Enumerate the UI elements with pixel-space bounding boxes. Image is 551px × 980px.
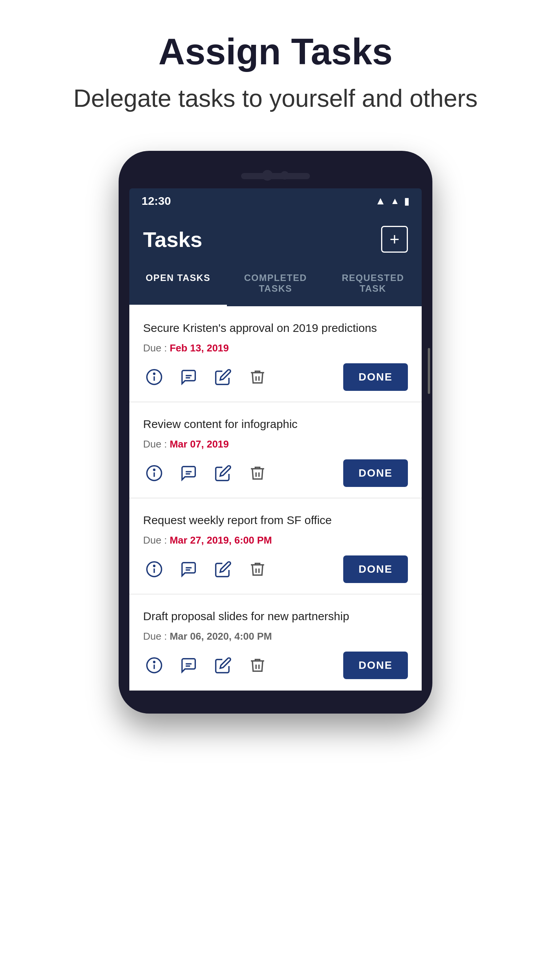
svg-point-12 xyxy=(153,565,155,567)
tasks-list: Secure Kristen's approval on 2019 predic… xyxy=(129,306,422,691)
signal-icon: ▲ xyxy=(390,196,399,206)
task-actions: DONE xyxy=(143,459,408,487)
task-title: Review content for infographic xyxy=(143,416,408,432)
comment-button[interactable] xyxy=(178,462,200,484)
page-title: Assign Tasks xyxy=(15,31,536,73)
task-title: Request weekly report from SF office xyxy=(143,512,408,528)
page-subtitle: Delegate tasks to yourself and others xyxy=(15,84,536,113)
tab-requested-task-label: REQUESTED TASK xyxy=(342,273,404,294)
task-due-date: Mar 06, 2020, 4:00 PM xyxy=(170,630,272,642)
tabs-container: OPEN TASKS COMPLETED TASKS REQUESTED TAS… xyxy=(129,262,422,306)
task-due: Due : Feb 13, 2019 xyxy=(143,342,408,354)
task-due-date: Feb 13, 2019 xyxy=(170,342,229,354)
info-button[interactable] xyxy=(143,366,165,388)
tab-open-tasks-label: OPEN TASKS xyxy=(146,273,210,283)
task-due-date: Mar 27, 2019, 6:00 PM xyxy=(170,534,272,546)
task-item: Request weekly report from SF office Due… xyxy=(129,498,422,595)
due-prefix: Due : xyxy=(143,342,170,354)
edit-button[interactable] xyxy=(212,558,234,580)
page-header: Assign Tasks Delegate tasks to yourself … xyxy=(0,0,551,136)
task-actions: DONE xyxy=(143,363,408,391)
phone-frame: 12:30 ▲ ▲ ▮ Tasks + OPEN TASKS COMPLETED… xyxy=(119,151,432,714)
comment-button[interactable] xyxy=(178,366,200,388)
delete-button[interactable] xyxy=(246,558,269,580)
delete-button[interactable] xyxy=(246,654,269,676)
wifi-icon: ▲ xyxy=(375,195,386,207)
svg-point-7 xyxy=(153,469,155,470)
due-prefix: Due : xyxy=(143,534,170,546)
battery-icon: ▮ xyxy=(404,195,409,207)
task-item: Review content for infographic Due : Mar… xyxy=(129,402,422,498)
task-due: Due : Mar 07, 2019 xyxy=(143,438,408,450)
task-item: Draft proposal slides for new partnershi… xyxy=(129,595,422,691)
done-button[interactable]: DONE xyxy=(343,363,408,391)
phone-mockup: 12:30 ▲ ▲ ▮ Tasks + OPEN TASKS COMPLETED… xyxy=(119,151,432,714)
task-actions: DONE xyxy=(143,555,408,583)
status-icons: ▲ ▲ ▮ xyxy=(375,195,409,207)
edit-button[interactable] xyxy=(212,462,234,484)
task-actions: DONE xyxy=(143,652,408,679)
svg-point-2 xyxy=(153,373,155,374)
task-due-date: Mar 07, 2019 xyxy=(170,438,229,450)
task-item: Secure Kristen's approval on 2019 predic… xyxy=(129,306,422,402)
due-prefix: Due : xyxy=(143,438,170,450)
add-icon: + xyxy=(390,230,399,249)
tab-completed-tasks[interactable]: COMPLETED TASKS xyxy=(227,262,324,306)
comment-button[interactable] xyxy=(178,654,200,676)
phone-top-bar xyxy=(129,166,422,188)
status-bar: 12:30 ▲ ▲ ▮ xyxy=(129,188,422,214)
task-due: Due : Mar 27, 2019, 6:00 PM xyxy=(143,534,408,546)
edit-button[interactable] xyxy=(212,366,234,388)
done-button[interactable]: DONE xyxy=(343,652,408,679)
comment-button[interactable] xyxy=(178,558,200,580)
done-button[interactable]: DONE xyxy=(343,555,408,583)
info-button[interactable] xyxy=(143,558,165,580)
add-task-button[interactable]: + xyxy=(381,226,408,253)
svg-point-17 xyxy=(153,662,155,663)
due-prefix: Due : xyxy=(143,630,170,642)
delete-button[interactable] xyxy=(246,366,269,388)
info-button[interactable] xyxy=(143,462,165,484)
task-title: Secure Kristen's approval on 2019 predic… xyxy=(143,320,408,336)
tab-requested-task[interactable]: REQUESTED TASK xyxy=(324,262,422,306)
done-button[interactable]: DONE xyxy=(343,459,408,487)
app-title: Tasks xyxy=(143,227,202,252)
task-title: Draft proposal slides for new partnershi… xyxy=(143,608,408,624)
app-header: Tasks + xyxy=(129,214,422,262)
tab-open-tasks[interactable]: OPEN TASKS xyxy=(129,262,227,306)
edit-button[interactable] xyxy=(212,654,234,676)
task-due: Due : Mar 06, 2020, 4:00 PM xyxy=(143,630,408,642)
speaker-bar xyxy=(241,173,310,179)
tab-completed-tasks-label: COMPLETED TASKS xyxy=(244,273,307,294)
status-time: 12:30 xyxy=(142,194,171,207)
info-button[interactable] xyxy=(143,654,165,676)
delete-button[interactable] xyxy=(246,462,269,484)
